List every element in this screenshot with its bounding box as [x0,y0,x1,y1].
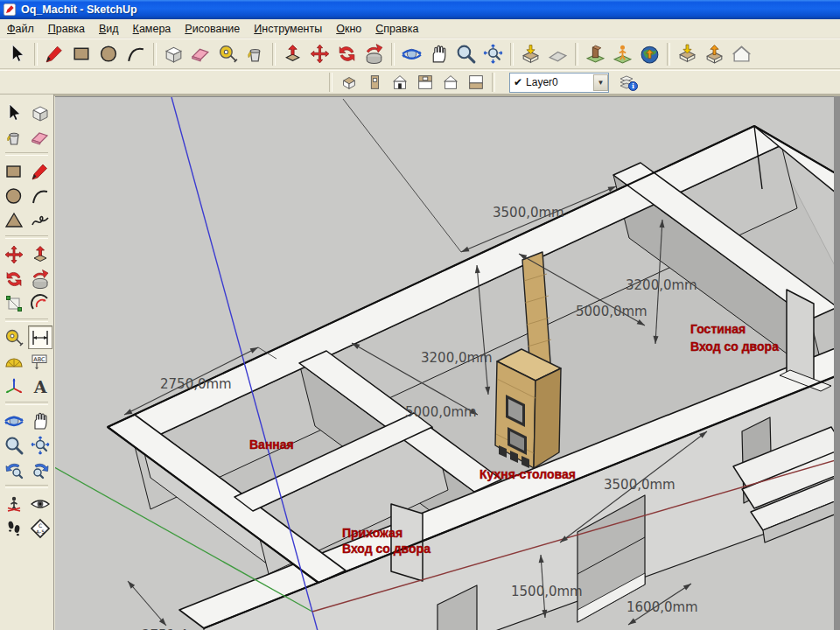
rotate-button[interactable] [333,41,360,67]
select-button[interactable] [4,41,31,67]
toggle-terrain-button[interactable] [544,41,571,67]
previous-view-button[interactable] [2,458,26,481]
push-pull-button[interactable] [28,242,52,266]
share-model-icon [704,43,725,65]
share-model-button[interactable] [701,41,728,67]
orbit-button[interactable] [2,409,26,432]
arc-button[interactable] [28,184,52,207]
google-earth-icon [639,43,661,65]
layer-check-icon: ✔ [510,76,526,88]
component-button[interactable] [28,101,52,124]
polygon-button[interactable] [2,208,26,232]
select-button[interactable] [2,101,26,124]
zoom-icon [4,435,24,456]
zoom-extents-button[interactable] [28,433,52,457]
bottom-view-icon [466,73,486,92]
follow-me-button[interactable] [360,41,388,67]
section-plane-button[interactable]: CA-5 [28,516,52,540]
app-icon [3,3,17,17]
paint-bucket-button[interactable] [2,125,26,149]
palette-row [0,242,53,266]
offset-button[interactable] [28,291,52,315]
toolbar-separator [510,43,514,66]
move-button[interactable] [306,41,333,67]
dimension-button[interactable] [28,326,52,349]
text-3d-button[interactable]: A [28,374,52,398]
circle-icon [4,186,24,206]
axes-button[interactable] [2,374,26,398]
text-button[interactable]: ABC [28,350,52,374]
rectangle-button[interactable] [2,159,26,183]
scale-button[interactable] [2,291,26,315]
zoom-button[interactable] [452,41,480,67]
pan-button[interactable] [28,409,52,432]
layer-combobox[interactable]: ✔ Layer0 ▼ [509,73,609,93]
protractor-button[interactable] [2,350,26,374]
window-title: Oq_Machit - SketchUp [21,4,137,16]
follow-me-button[interactable] [28,267,52,290]
menu-рисование[interactable]: Рисование [178,21,247,37]
zoom-button[interactable] [2,433,26,457]
palette-separator [5,402,48,405]
push-pull-button[interactable] [279,41,306,67]
axes-icon [4,376,24,397]
views-toolbar-row: ✔ Layer0 ▼ i [0,70,840,94]
previous-view-icon [4,459,24,480]
model-viewport[interactable]: 3500,0mm3200,0mm5000,0mm3200,0mm5000,0mm… [55,96,834,630]
menu-вид[interactable]: Вид [92,21,126,37]
pan-button[interactable] [425,41,452,67]
circle-button[interactable] [2,184,26,207]
eraser-button[interactable] [187,41,214,67]
dimension-label: 3500,0mm [604,477,676,493]
walk-button[interactable] [2,516,26,540]
circle-button[interactable] [95,41,122,67]
get-current-view-button[interactable] [517,41,544,67]
rotate-button[interactable] [2,267,26,290]
menu-справка[interactable]: Справка [368,21,425,37]
push-pull-icon [30,244,51,265]
iso-view-button[interactable] [336,72,361,94]
component-button[interactable] [160,41,187,67]
menu-правка[interactable]: Правка [41,21,92,37]
layer-manager-button[interactable]: i [616,72,640,94]
room-label: Гостиная [690,322,746,336]
zoom-extents-button[interactable] [480,41,507,67]
palette-separator [5,235,48,239]
room-label: Прихожая [342,526,402,540]
line-button[interactable] [28,159,52,183]
top-view-button[interactable] [412,72,438,94]
look-around-button[interactable] [28,492,52,515]
zoom-extents-icon [30,435,51,456]
tape-measure-button[interactable] [214,41,242,67]
paint-bucket-button[interactable] [242,41,269,67]
menu-инструменты[interactable]: Инструменты [247,21,329,37]
freehand-button[interactable] [28,208,52,232]
menu-окно[interactable]: Окно [329,21,368,37]
iso-view-icon [340,73,359,92]
tape-measure-button[interactable] [2,326,26,349]
orbit-button[interactable] [398,41,425,67]
house-button[interactable] [728,41,755,67]
layers-info-icon: i [618,72,639,93]
next-view-button[interactable] [28,458,52,481]
photo-textures-button[interactable] [582,41,609,67]
move-button[interactable] [2,242,26,266]
get-models-button[interactable] [674,41,701,67]
bottom-view-button[interactable] [463,72,488,94]
menu-камера[interactable]: Камера [126,21,178,37]
line-button[interactable] [41,41,68,67]
get-current-view-icon [520,43,542,65]
freehand-icon [30,210,51,231]
layer-dropdown-button[interactable]: ▼ [593,74,608,91]
eraser-button[interactable] [28,125,52,149]
menu-файл[interactable]: Файл [0,21,41,37]
front-view-button[interactable] [387,72,412,94]
google-earth-button[interactable] [636,41,663,67]
back-view-button[interactable] [438,72,463,94]
svg-text:i: i [632,81,634,90]
left-view-button[interactable] [361,72,387,94]
rectangle-button[interactable] [68,41,95,67]
arc-button[interactable] [122,41,150,67]
position-camera-button[interactable] [2,492,26,515]
model-figure-button[interactable] [609,41,636,67]
